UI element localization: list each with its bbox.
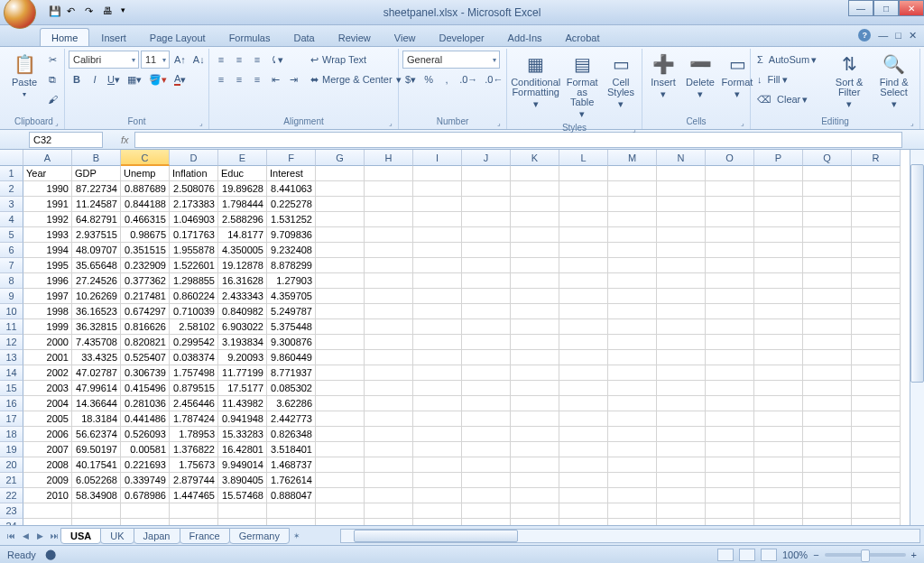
cell[interactable] bbox=[462, 197, 511, 212]
cell[interactable] bbox=[511, 442, 559, 457]
cell[interactable]: 0.038374 bbox=[170, 350, 218, 365]
column-header[interactable]: D bbox=[170, 150, 218, 166]
cell[interactable]: Educ bbox=[218, 166, 267, 181]
cell[interactable]: 36.16523 bbox=[72, 304, 121, 319]
cell[interactable] bbox=[365, 273, 413, 289]
view-layout-button[interactable] bbox=[739, 549, 755, 561]
cell[interactable] bbox=[852, 519, 901, 525]
underline-button[interactable]: U▾ bbox=[105, 70, 123, 88]
cell[interactable] bbox=[511, 411, 559, 427]
cell[interactable] bbox=[754, 396, 803, 411]
cell[interactable] bbox=[754, 350, 803, 365]
cell[interactable] bbox=[511, 335, 559, 350]
column-header[interactable]: K bbox=[511, 150, 559, 166]
cell[interactable] bbox=[706, 396, 754, 411]
cell[interactable] bbox=[559, 457, 608, 473]
cell[interactable] bbox=[365, 503, 413, 519]
cell[interactable] bbox=[316, 488, 365, 503]
cell[interactable] bbox=[559, 411, 608, 427]
cell[interactable] bbox=[608, 243, 657, 258]
cell[interactable] bbox=[413, 503, 462, 519]
cell[interactable] bbox=[462, 503, 511, 519]
cell[interactable] bbox=[462, 427, 511, 442]
column-header[interactable]: N bbox=[657, 150, 706, 166]
cell[interactable] bbox=[462, 273, 511, 289]
tab-page-layout[interactable]: Page Layout bbox=[138, 28, 217, 46]
cell[interactable]: 0.171763 bbox=[170, 227, 218, 243]
cell[interactable]: 1991 bbox=[23, 197, 72, 212]
tab-home[interactable]: Home bbox=[40, 28, 89, 46]
cell[interactable] bbox=[23, 519, 72, 525]
insert-cells-button[interactable]: ➕Insert▾ bbox=[646, 51, 680, 101]
fx-icon[interactable]: fx bbox=[121, 134, 129, 145]
cell[interactable]: 0.415496 bbox=[121, 381, 170, 396]
cell[interactable] bbox=[316, 473, 365, 488]
cell[interactable] bbox=[852, 381, 901, 396]
cell[interactable]: 0.221693 bbox=[121, 457, 170, 473]
cell[interactable] bbox=[803, 442, 852, 457]
cell[interactable]: 1997 bbox=[23, 289, 72, 304]
row-header[interactable]: 7 bbox=[0, 258, 23, 273]
zoom-level[interactable]: 100% bbox=[782, 549, 808, 560]
cell[interactable] bbox=[365, 258, 413, 273]
cell[interactable]: 2.442773 bbox=[267, 411, 316, 427]
cell[interactable] bbox=[365, 304, 413, 319]
cell[interactable] bbox=[413, 227, 462, 243]
cell[interactable]: 6.052268 bbox=[72, 473, 121, 488]
cell[interactable] bbox=[462, 289, 511, 304]
sheet-nav-prev[interactable]: ◀ bbox=[18, 529, 32, 543]
cell[interactable] bbox=[803, 457, 852, 473]
cell[interactable] bbox=[852, 503, 901, 519]
cell[interactable] bbox=[803, 258, 852, 273]
cell[interactable] bbox=[803, 335, 852, 350]
cell[interactable] bbox=[462, 243, 511, 258]
cell[interactable] bbox=[413, 319, 462, 335]
cell[interactable]: 1994 bbox=[23, 243, 72, 258]
cell[interactable] bbox=[803, 503, 852, 519]
sheet-nav-next[interactable]: ▶ bbox=[32, 529, 47, 543]
orientation-button[interactable]: ⤹▾ bbox=[267, 51, 286, 69]
cell[interactable]: 9.860449 bbox=[267, 350, 316, 365]
cell[interactable]: 1.046903 bbox=[170, 212, 218, 227]
new-sheet-button[interactable]: ✶ bbox=[290, 529, 304, 543]
cell[interactable]: 6.903022 bbox=[218, 319, 267, 335]
cell[interactable] bbox=[852, 166, 901, 181]
cell[interactable]: 3.890405 bbox=[218, 473, 267, 488]
cell[interactable] bbox=[706, 488, 754, 503]
cell[interactable] bbox=[462, 350, 511, 365]
bold-button[interactable]: B bbox=[69, 70, 85, 88]
wrap-text-button[interactable]: ↩Wrap Text bbox=[308, 51, 389, 69]
cell[interactable]: 19.89628 bbox=[218, 181, 267, 197]
cell[interactable] bbox=[754, 258, 803, 273]
row-header[interactable]: 14 bbox=[0, 365, 23, 381]
cell[interactable] bbox=[316, 335, 365, 350]
cell[interactable] bbox=[511, 473, 559, 488]
cell[interactable]: 1.447465 bbox=[170, 488, 218, 503]
cell[interactable] bbox=[413, 488, 462, 503]
cell[interactable] bbox=[706, 350, 754, 365]
row-header[interactable]: 3 bbox=[0, 197, 23, 212]
cell[interactable] bbox=[608, 442, 657, 457]
cell[interactable] bbox=[413, 166, 462, 181]
minimize-button[interactable]: — bbox=[848, 0, 873, 16]
cell[interactable] bbox=[657, 335, 706, 350]
find-select-button[interactable]: 🔍Find & Select▾ bbox=[872, 51, 916, 111]
cell[interactable]: 1998 bbox=[23, 304, 72, 319]
cell[interactable] bbox=[754, 319, 803, 335]
row-header[interactable]: 24 bbox=[0, 519, 23, 525]
cell[interactable] bbox=[413, 381, 462, 396]
cell[interactable] bbox=[218, 503, 267, 519]
cell[interactable] bbox=[852, 473, 901, 488]
cell[interactable] bbox=[413, 289, 462, 304]
cell[interactable] bbox=[706, 304, 754, 319]
cell[interactable] bbox=[267, 519, 316, 525]
cell[interactable] bbox=[365, 243, 413, 258]
cell[interactable] bbox=[511, 197, 559, 212]
cell[interactable] bbox=[754, 181, 803, 197]
cell[interactable]: 48.09707 bbox=[72, 243, 121, 258]
cell[interactable]: 0.281036 bbox=[121, 396, 170, 411]
cell[interactable] bbox=[608, 473, 657, 488]
cell[interactable]: 1.75673 bbox=[170, 457, 218, 473]
column-header[interactable]: Q bbox=[803, 150, 852, 166]
row-header[interactable]: 2 bbox=[0, 181, 23, 197]
